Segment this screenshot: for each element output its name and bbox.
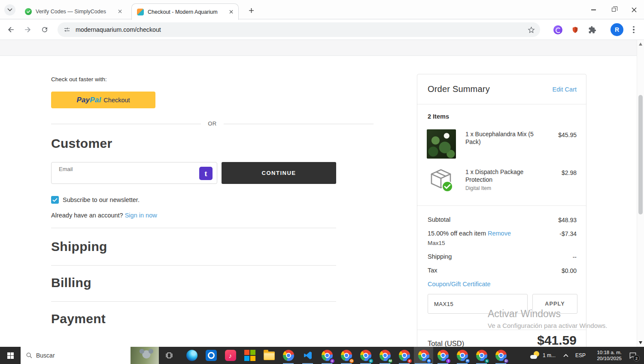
minimize-icon [591, 9, 596, 10]
window-controls [583, 0, 644, 19]
weather-icon [530, 351, 540, 360]
minimize-button[interactable] [583, 0, 604, 19]
taskbar-search-input[interactable] [36, 352, 113, 359]
task-view-button[interactable] [160, 347, 179, 364]
taskbar-microsoft-store[interactable] [240, 347, 259, 364]
maximize-button[interactable] [604, 0, 624, 19]
taskbar-music[interactable] [221, 347, 240, 364]
coupon-input[interactable] [428, 294, 527, 313]
total-value: $41.59 [537, 333, 577, 347]
taskbar-outlook[interactable] [201, 347, 221, 364]
notification-center-button[interactable]: 2 [623, 347, 642, 364]
email-field[interactable]: Email t [51, 162, 217, 184]
subtotal-value: $48.93 [558, 217, 577, 223]
windows-taskbar: c G c M e R i R s D 1 m... ESP 10:18 a. … [0, 347, 644, 364]
taskbar-chrome-window-6-active[interactable]: R [414, 347, 433, 364]
simplycodes-extension-button[interactable] [552, 24, 563, 35]
product-thumbnail [427, 129, 456, 159]
browser-menu-button[interactable] [629, 24, 638, 36]
taskbar-vscode[interactable] [298, 347, 317, 364]
chevron-up-icon [563, 354, 568, 357]
address-bar[interactable]: modernaquarium.com/checkout [58, 22, 540, 37]
start-button[interactable] [0, 347, 21, 364]
adblock-extension-button[interactable] [569, 24, 580, 35]
plus-icon [249, 8, 254, 13]
coupon-gift-certificate-link[interactable]: Coupon/Gift Certificate [428, 281, 491, 288]
browser-window: Verify Codes — SimplyCodes Checkout - Mo… [0, 0, 644, 364]
shield-icon [571, 26, 579, 34]
puzzle-icon [588, 26, 596, 34]
taskbar-chrome-window-8[interactable]: R [453, 347, 472, 364]
page-top-banner [0, 40, 637, 56]
taskbar-chrome-window-3[interactable]: c [356, 347, 375, 364]
chevron-down-icon [7, 8, 12, 12]
newsletter-checkbox[interactable] [51, 196, 59, 204]
taskbar-chrome-window-10[interactable]: D [491, 347, 510, 364]
reload-button[interactable] [39, 24, 51, 36]
tab-checkout[interactable]: Checkout - Modern Aquarium [131, 3, 239, 20]
tray-expand-button[interactable] [560, 347, 572, 364]
url-text[interactable]: modernaquarium.com/checkout [76, 26, 528, 33]
subtotal-label: Subtotal [428, 216, 450, 223]
item-note: Digital Item [465, 185, 491, 191]
site-info-icon[interactable] [64, 26, 70, 33]
search-icon [26, 352, 33, 359]
taskbar-chrome-window-4[interactable]: M [375, 347, 395, 364]
back-arrow-icon [7, 25, 15, 34]
card-divider [417, 104, 586, 104]
extensions-button[interactable] [586, 24, 598, 35]
scroll-down-arrow-icon[interactable] [639, 341, 642, 344]
sign-in-link[interactable]: Sign in now [125, 212, 157, 219]
edit-cart-link[interactable]: Edit Cart [553, 86, 577, 93]
item-name: 1 x Bucephalandra Mix (5 Pack) [465, 130, 541, 146]
taskbar-chrome-window-7[interactable]: i [433, 347, 453, 364]
taskbar-edge[interactable] [182, 347, 201, 364]
language-indicator[interactable]: ESP [572, 347, 589, 364]
task-view-icon [165, 351, 173, 360]
taskbar-chrome-window-2[interactable]: G [337, 347, 356, 364]
newsletter-label: Subscribe to our newsletter. [63, 196, 140, 203]
taskbar-chrome[interactable] [279, 347, 298, 364]
profile-avatar[interactable]: R [611, 23, 623, 36]
music-icon [225, 350, 236, 361]
tab-close-icon[interactable] [116, 8, 124, 15]
search-highlight-image[interactable] [131, 347, 159, 364]
taskbar-file-explorer[interactable] [259, 347, 279, 364]
paypal-checkout-button[interactable]: PayPal Checkout [51, 92, 155, 108]
discount-code: Max15 [428, 240, 445, 246]
chrome-profile-badge: R [465, 358, 471, 364]
chrome-profile-badge: s [484, 358, 490, 364]
continue-button[interactable]: CONTINUE [222, 162, 336, 184]
new-tab-button[interactable] [246, 5, 257, 16]
password-manager-autofill-icon[interactable]: t [199, 167, 213, 180]
section-divider [51, 265, 336, 266]
taskbar-chrome-window-1[interactable]: c [317, 347, 337, 364]
taskbar-chrome-window-9[interactable]: s [472, 347, 491, 364]
shipping-label: Shipping [428, 253, 452, 260]
check-icon [52, 198, 58, 202]
clock[interactable]: 10:18 a. m. 20/10/2025 [589, 347, 623, 364]
tab-simplycodes[interactable]: Verify Codes — SimplyCodes [20, 3, 127, 19]
vscode-icon [303, 350, 313, 361]
remove-discount-link[interactable]: Remove [488, 230, 511, 237]
back-button[interactable] [5, 24, 17, 36]
email-input[interactable] [58, 173, 183, 182]
close-button[interactable] [624, 0, 644, 19]
chrome-profile-badge: i [445, 358, 451, 364]
page-scrollbar[interactable] [637, 40, 644, 347]
item-price: $2.98 [562, 169, 577, 176]
chrome-profile-badge: M [387, 358, 393, 364]
tab-close-icon[interactable] [227, 8, 235, 16]
scrollbar-thumb[interactable] [638, 95, 643, 214]
discount-label: 15.00% off each item [428, 230, 486, 237]
tab-search-button[interactable] [4, 4, 15, 15]
forward-button[interactable] [21, 24, 33, 36]
weather-widget[interactable]: 1 m... [526, 347, 560, 364]
taskbar-search[interactable] [21, 347, 159, 364]
bookmark-star-icon[interactable] [528, 26, 535, 34]
taskbar-chrome-window-5[interactable]: e [395, 347, 414, 364]
scroll-up-arrow-icon[interactable] [639, 43, 642, 46]
taskbar-apps: c G c M e R i R s D [182, 347, 510, 364]
apply-coupon-button[interactable]: APPLY [532, 294, 577, 314]
browser-toolbar: modernaquarium.com/checkout R [0, 19, 644, 40]
